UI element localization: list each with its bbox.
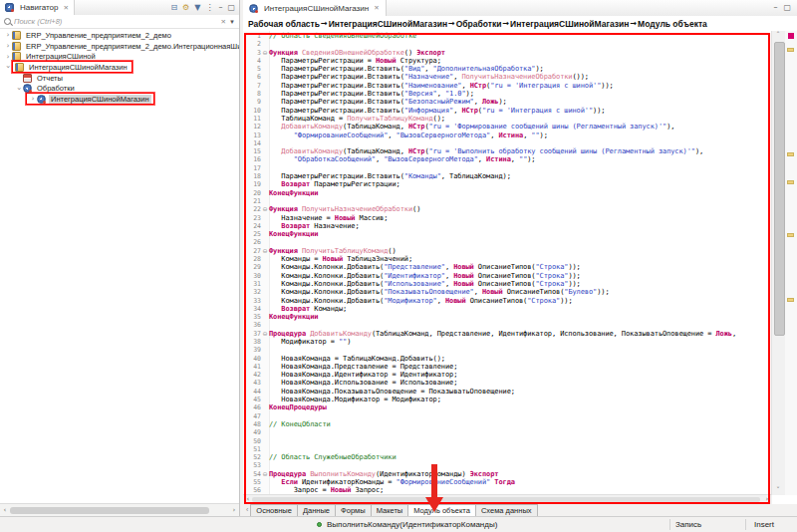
- editor-hscrollbar[interactable]: ‹ ›: [243, 494, 772, 504]
- code-line[interactable]: 1// Область СведенияОВнешнейОбработке: [243, 32, 772, 40]
- editor-vscrollbar[interactable]: ˄ ˅: [771, 31, 785, 495]
- warning-marker[interactable]: [787, 152, 794, 156]
- breadcrumb-segment[interactable]: ИнтеграцияСШинойМагазин: [329, 19, 447, 29]
- code-line[interactable]: 9 ПараметрыРегистрации.Вставить("Безопас…: [243, 98, 772, 106]
- code-line[interactable]: 24 Возврат Назначение;: [243, 222, 772, 230]
- tree-item[interactable]: ›ERP_Управление_предприятием_2_демо: [0, 30, 239, 41]
- code-line[interactable]: 7 ПараметрыРегистрации.Вставить("Наимено…: [243, 82, 772, 90]
- scroll-left-icon[interactable]: ‹: [244, 495, 252, 504]
- code-line[interactable]: 21: [243, 197, 772, 205]
- code-line[interactable]: 41 НоваяКоманда.Представление = Представ…: [243, 363, 772, 371]
- code-line[interactable]: 19 Возврат ПараметрыРегистрации;: [243, 180, 772, 188]
- code-line[interactable]: 16 "ОбработкаСообщений", "ВызовСерверног…: [243, 155, 772, 163]
- link-with-editor-icon[interactable]: ⚙: [182, 4, 189, 12]
- code-line[interactable]: 13 "ФормированиеСообщений", "ВызовСервер…: [243, 132, 772, 139]
- scroll-right-icon[interactable]: ›: [230, 506, 238, 515]
- scroll-right-icon[interactable]: ›: [763, 495, 771, 504]
- scroll-up-icon[interactable]: ˄: [774, 31, 782, 40]
- code-line[interactable]: 6 ПараметрыРегистрации.Вставить("Назначе…: [243, 73, 772, 81]
- code-line[interactable]: 35КонецФункции: [243, 313, 772, 321]
- tree-item[interactable]: Отчеты: [0, 73, 239, 84]
- fold-collapse-icon[interactable]: ⊖: [261, 205, 269, 213]
- breadcrumb-segment[interactable]: Модуль объекта: [638, 19, 707, 29]
- warning-marker[interactable]: [787, 233, 794, 237]
- navigator-view-tab[interactable]: Навигатор ✕: [0, 0, 75, 15]
- scroll-thumb[interactable]: [774, 42, 785, 336]
- code-line[interactable]: 51: [243, 445, 772, 453]
- tree-expander-icon[interactable]: ›: [4, 31, 12, 39]
- code-line[interactable]: 12 ДобавитьКоманду(ТаблицаКоманд, НСтр("…: [243, 123, 772, 131]
- code-line[interactable]: 47: [243, 412, 772, 420]
- tree-item[interactable]: ›ИнтеграцияСШинойМагазин: [0, 62, 239, 73]
- code-line[interactable]: 44 НоваяКоманда.ПоказыватьОповещение = П…: [243, 388, 772, 396]
- code-line[interactable]: 45 НоваяКоманда.Модификатор = Модификато…: [243, 396, 772, 403]
- code-line[interactable]: 46КонецПроцедуры: [243, 403, 772, 411]
- code-line[interactable]: 20КонецФункции: [243, 189, 772, 197]
- code-line[interactable]: 26: [243, 238, 772, 246]
- scroll-down-icon[interactable]: ˅: [774, 486, 782, 495]
- code-line[interactable]: 38 Модификатор = ""): [243, 338, 772, 346]
- tree-expander-icon[interactable]: ›: [29, 95, 37, 103]
- warning-marker[interactable]: [787, 298, 794, 302]
- code-line[interactable]: 55 Если ИдентификаторКоманды = "Формиров…: [243, 478, 772, 486]
- minimize-icon[interactable]: –: [773, 4, 777, 12]
- chevron-down-icon[interactable]: ▼: [229, 19, 235, 25]
- code-line[interactable]: 50: [243, 437, 772, 445]
- code-line[interactable]: 29 Команды.Колонки.Добавить("Представлен…: [243, 263, 772, 271]
- code-line[interactable]: 52// Область СлужебныеОбработчики: [243, 453, 772, 461]
- code-line[interactable]: 32 Команды.Колонки.Добавить("ПоказыватьО…: [243, 288, 772, 296]
- code-line[interactable]: 37⊖Процедура ДобавитьКоманду(ТаблицаКома…: [243, 330, 772, 338]
- warning-marker[interactable]: [787, 180, 794, 184]
- breadcrumb-segment[interactable]: Рабочая область: [248, 19, 320, 29]
- code-line[interactable]: 22⊖Функция ПолучитьНазначениеОбработки(): [243, 205, 772, 213]
- warning-marker[interactable]: [787, 48, 794, 52]
- code-line[interactable]: 49: [243, 428, 772, 436]
- fold-collapse-icon[interactable]: ⊖: [261, 247, 269, 255]
- annotation-summary-icon[interactable]: [788, 33, 794, 39]
- code-line[interactable]: 34 Возврат Команды;: [243, 305, 772, 313]
- code-line[interactable]: 8 ПараметрыРегистрации.Вставить("Версия"…: [243, 90, 772, 98]
- search-clear-icon[interactable]: ✕: [221, 18, 226, 26]
- view-menu-icon[interactable]: ⋮: [205, 4, 213, 12]
- tree-expander-icon[interactable]: ›: [15, 85, 23, 93]
- code-line[interactable]: 28 Команды = Новый ТаблицаЗначений;: [243, 255, 772, 263]
- minimize-icon[interactable]: –: [218, 4, 222, 12]
- code-line[interactable]: 30 Команды.Колонки.Добавить("Идентификат…: [243, 272, 772, 280]
- breadcrumb-segment[interactable]: Обработки: [456, 19, 502, 29]
- scroll-left-icon[interactable]: ‹: [1, 506, 9, 515]
- code-line[interactable]: 11 ТаблицаКоманд = ПолучитьТаблицуКоманд…: [243, 115, 772, 123]
- editor-tab[interactable]: ИнтеграцияСШинойМагазин ✕: [243, 0, 387, 16]
- collapse-all-icon[interactable]: ⊟: [170, 4, 177, 12]
- code-line[interactable]: 53: [243, 461, 772, 469]
- fold-collapse-icon[interactable]: ⊖: [261, 330, 269, 338]
- code-line[interactable]: 42 НоваяКоманда.Идентификатор = Идентифи…: [243, 371, 772, 379]
- tree-item[interactable]: ›ERP_Управление_предприятием_2_демо.Инте…: [0, 41, 239, 52]
- scroll-thumb[interactable]: [252, 497, 760, 502]
- code-line[interactable]: 17: [243, 164, 772, 172]
- code-line[interactable]: 40 НоваяКоманда = ТаблицаКоманд.Добавить…: [243, 355, 772, 363]
- fold-collapse-icon[interactable]: ⊖: [261, 49, 269, 57]
- tree-expander-icon[interactable]: ›: [4, 53, 12, 61]
- code-line[interactable]: 5 ПараметрыРегистрации.Вставить("Вид", "…: [243, 65, 772, 73]
- code-line[interactable]: 14: [243, 139, 772, 147]
- maximize-icon[interactable]: ▢: [227, 4, 235, 12]
- code-line[interactable]: 15 ДобавитьКоманду(ТаблицаКоманд, НСтр("…: [243, 147, 772, 155]
- code-editor[interactable]: 1// Область СведенияОВнешнейОбработке23⊖…: [243, 31, 797, 504]
- code-lines[interactable]: 1// Область СведенияОВнешнейОбработке23⊖…: [243, 32, 772, 495]
- filter-icon[interactable]: ▼: [194, 4, 200, 12]
- code-line[interactable]: 31 Команды.Колонки.Добавить("Использован…: [243, 280, 772, 288]
- tree-expander-icon[interactable]: ›: [4, 42, 12, 50]
- code-line[interactable]: 39: [243, 346, 772, 354]
- code-line[interactable]: 54⊖Процедура ВыполнитьКоманду(Идентифика…: [243, 470, 772, 478]
- code-line[interactable]: 4 ПараметрыРегистрации = Новый Структура…: [243, 57, 772, 65]
- fold-collapse-icon[interactable]: ⊖: [261, 470, 269, 478]
- code-line[interactable]: 43 НоваяКоманда.Использование = Использо…: [243, 379, 772, 387]
- breadcrumb-segment[interactable]: ИнтеграцияСШинойМагазин: [510, 19, 629, 29]
- tree-expander-icon[interactable]: ›: [4, 63, 12, 71]
- code-line[interactable]: 10 ПараметрыРегистрации.Вставить("Информ…: [243, 107, 772, 115]
- code-line[interactable]: 23 Назначение = Новый Массив;: [243, 214, 772, 222]
- navigator-hscrollbar[interactable]: ‹ ›: [0, 503, 239, 517]
- code-line[interactable]: 25КонецФункции: [243, 230, 772, 238]
- close-icon[interactable]: ✕: [63, 4, 68, 12]
- overview-ruler[interactable]: [785, 31, 797, 495]
